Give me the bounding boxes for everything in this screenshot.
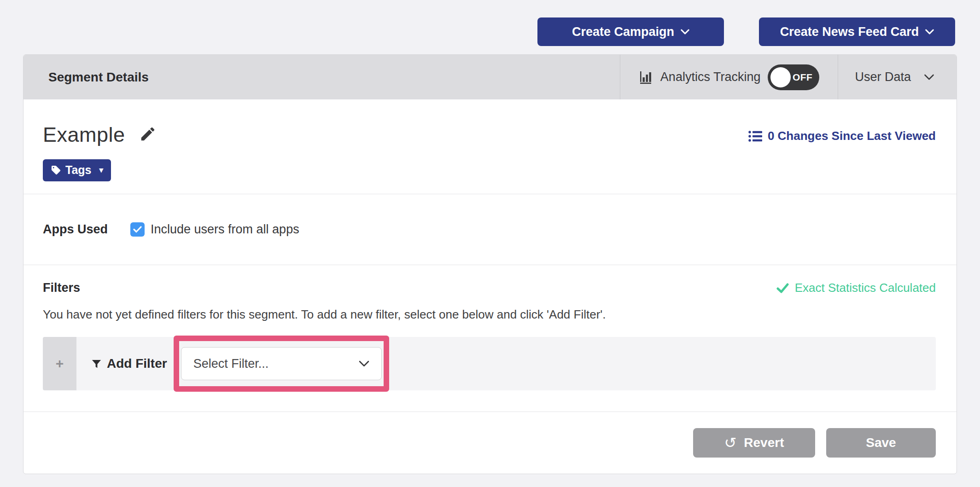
add-filter-row-body: Add Filter Select Filter... xyxy=(76,337,936,390)
check-icon xyxy=(133,226,142,233)
toggle-knob xyxy=(770,67,791,87)
segment-details-panel: Segment Details Analytics Tracking OFF U… xyxy=(23,54,957,474)
user-data-dropdown[interactable]: User Data xyxy=(838,55,957,99)
tags-button[interactable]: Tags ▾ xyxy=(43,159,111,181)
segment-name: Example xyxy=(43,123,125,146)
include-all-apps-label: Include users from all apps xyxy=(151,222,299,237)
check-icon xyxy=(776,283,789,293)
save-button-label: Save xyxy=(866,435,896,450)
panel-header: Segment Details Analytics Tracking OFF U… xyxy=(23,55,957,99)
select-filter-value: Select Filter... xyxy=(193,357,269,371)
chevron-down-icon xyxy=(924,74,934,80)
funnel-icon xyxy=(91,359,102,369)
create-news-feed-card-label: Create News Feed Card xyxy=(780,25,919,39)
page-title: Segment Details xyxy=(48,70,149,85)
include-all-apps-checkbox[interactable] xyxy=(130,222,145,237)
chevron-down-icon xyxy=(359,360,369,367)
caret-down-icon: ▾ xyxy=(99,165,104,175)
revert-icon: ↺ xyxy=(724,435,737,450)
apps-used-label: Apps Used xyxy=(43,222,130,237)
analytics-tracking-group: Analytics Tracking OFF xyxy=(620,55,838,99)
edit-name-button[interactable] xyxy=(139,125,157,143)
toggle-state-label: OFF xyxy=(793,72,813,83)
save-button[interactable]: Save xyxy=(826,428,936,458)
revert-button-label: Revert xyxy=(744,435,784,450)
annotation-highlight-box: Select Filter... xyxy=(174,336,389,392)
create-news-feed-card-button[interactable]: Create News Feed Card xyxy=(759,17,955,46)
tags-button-label: Tags xyxy=(65,163,92,177)
list-icon xyxy=(748,130,762,142)
filters-heading: Filters xyxy=(43,281,80,295)
analytics-tracking-toggle[interactable]: OFF xyxy=(768,64,819,90)
chevron-down-icon xyxy=(925,29,934,35)
add-filter-label-group: Add Filter xyxy=(91,356,167,371)
bar-chart-icon xyxy=(639,70,653,84)
pencil-icon xyxy=(139,125,157,143)
add-filter-row: + Add Filter Select Filter... xyxy=(43,337,936,390)
exact-statistics-status: Exact Statistics Calculated xyxy=(776,281,936,295)
select-filter-dropdown[interactable]: Select Filter... xyxy=(181,347,382,380)
add-filter-label: Add Filter xyxy=(107,356,167,371)
add-filter-plus-button[interactable]: + xyxy=(43,337,76,390)
changes-since-last-viewed-link[interactable]: 0 Changes Since Last Viewed xyxy=(748,129,936,143)
segment-title-section: Example 0 Changes Since Last Viewed xyxy=(23,99,957,194)
chevron-down-icon xyxy=(681,29,689,35)
apps-used-section: Apps Used Include users from all apps xyxy=(23,194,957,265)
user-data-label: User Data xyxy=(855,70,911,84)
create-campaign-button[interactable]: Create Campaign xyxy=(537,17,724,46)
filters-description: You have not yet defined filters for thi… xyxy=(43,307,936,322)
filters-section: Filters Exact Statistics Calculated You … xyxy=(23,265,957,412)
analytics-tracking-label: Analytics Tracking xyxy=(660,70,761,84)
changes-link-label: 0 Changes Since Last Viewed xyxy=(768,129,936,143)
panel-footer: ↺ Revert Save xyxy=(23,412,957,474)
revert-button[interactable]: ↺ Revert xyxy=(693,428,815,458)
tag-icon xyxy=(51,165,61,175)
exact-statistics-label: Exact Statistics Calculated xyxy=(795,281,936,295)
create-campaign-label: Create Campaign xyxy=(572,25,674,39)
